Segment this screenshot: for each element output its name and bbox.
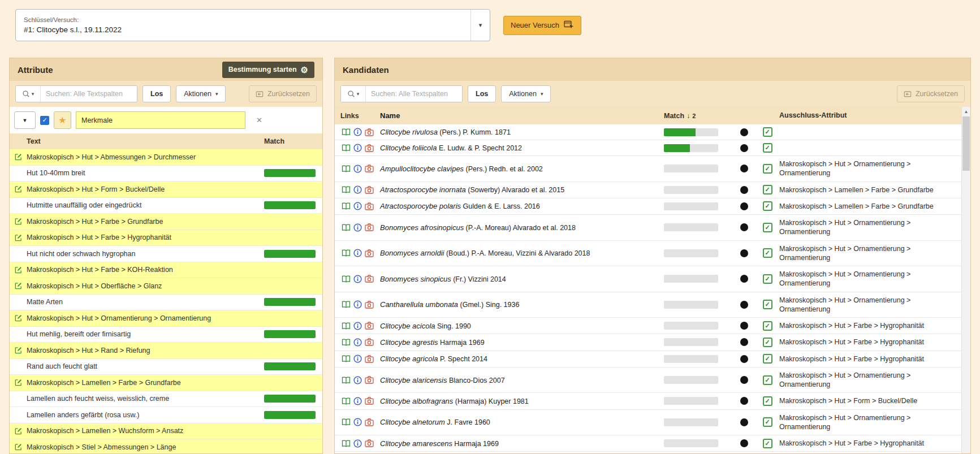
candidate-include-checkbox[interactable]: ✓	[763, 185, 772, 194]
edit-icon[interactable]	[14, 427, 23, 435]
photo-link[interactable]	[365, 128, 374, 136]
candidate-include-checkbox[interactable]: ✓	[763, 300, 772, 309]
photo-link[interactable]	[365, 249, 374, 257]
attribute-category-row[interactable]: Makroskopisch > Hut > Farbe > Grundfarbe	[10, 214, 322, 230]
info-link[interactable]	[353, 249, 362, 257]
info-link[interactable]	[353, 275, 362, 283]
scroll-up-icon[interactable]: ▲	[962, 107, 970, 116]
candidate-row[interactable]: Clitocybe amarescens Harmaja 1969✓Makros…	[335, 435, 961, 452]
column-header-links[interactable]: Links	[335, 112, 380, 120]
candidate-include-checkbox[interactable]: ✓	[763, 248, 772, 258]
info-link[interactable]	[353, 223, 362, 232]
candidates-search-input[interactable]	[366, 86, 462, 102]
attribute-category-row[interactable]: Makroskopisch > Lamellen > Farbe > Grund…	[10, 375, 322, 391]
photo-link[interactable]	[365, 165, 374, 172]
column-header-match[interactable]: Match ↓ 2	[664, 112, 733, 120]
attribute-category-row[interactable]: Makroskopisch > Stiel > Abmessungen > Lä…	[10, 439, 322, 453]
info-link[interactable]	[353, 418, 362, 426]
photo-link[interactable]	[365, 355, 374, 363]
book-link[interactable]	[342, 223, 351, 232]
candidate-row[interactable]: Atractosporocybe polaris Gulden & E. Lar…	[335, 198, 961, 215]
attribute-value-row[interactable]: Hut nicht oder schwach hygrophan	[10, 246, 322, 262]
candidate-include-checkbox[interactable]: ✓	[763, 375, 772, 385]
photo-link[interactable]	[365, 223, 374, 231]
info-link[interactable]	[353, 144, 362, 152]
candidate-include-checkbox[interactable]: ✓	[763, 201, 772, 211]
attributes-search-input[interactable]	[41, 86, 137, 102]
photo-link[interactable]	[365, 275, 374, 283]
candidate-row[interactable]: Clitocybe agricola P. Specht 2014✓Makros…	[335, 351, 961, 367]
attribute-category-row[interactable]: Makroskopisch > Lamellen > Wuchsform > A…	[10, 423, 322, 440]
filter-dropdown-button[interactable]: ▼	[14, 111, 36, 129]
filter-group-field[interactable]	[76, 111, 245, 129]
attribute-value-row[interactable]: Hut 10-40mm breit	[10, 166, 322, 182]
candidate-row[interactable]: Bonomyces afrosinopicus (P.-A. Moreau) A…	[335, 215, 961, 241]
attribute-value-row[interactable]: Rand auch feucht glatt	[10, 359, 322, 375]
edit-icon[interactable]	[14, 314, 23, 322]
info-link[interactable]	[353, 397, 362, 405]
attribute-category-row[interactable]: Makroskopisch > Hut > Rand > Riefung	[10, 343, 322, 359]
candidate-include-checkbox[interactable]: ✓	[763, 354, 772, 364]
edit-icon[interactable]	[14, 378, 23, 387]
edit-icon[interactable]	[14, 185, 23, 193]
edit-icon[interactable]	[14, 153, 23, 161]
photo-link[interactable]	[365, 144, 374, 152]
info-link[interactable]	[353, 439, 362, 448]
info-link[interactable]	[353, 338, 362, 347]
candidates-search-go-button[interactable]: Los	[468, 85, 496, 102]
photo-link[interactable]	[365, 376, 374, 384]
photo-link[interactable]	[365, 397, 374, 405]
candidate-row[interactable]: Clitocybe acicola Sing. 1990✓Makroskopis…	[335, 318, 961, 334]
column-header-name[interactable]: Name	[380, 111, 664, 120]
new-attempt-button[interactable]: Neuer Versuch	[503, 16, 581, 35]
candidate-include-checkbox[interactable]: ✓	[763, 321, 772, 331]
attribute-value-row[interactable]: Matte Arten	[10, 295, 322, 311]
candidates-reset-button[interactable]: Zurücksetzen	[897, 85, 965, 102]
book-link[interactable]	[342, 202, 351, 210]
candidate-include-checkbox[interactable]: ✓	[763, 417, 772, 427]
book-link[interactable]	[342, 376, 351, 384]
attribute-value-row[interactable]: Hut mehlig, bereift oder firnisartig	[10, 327, 322, 343]
start-identification-button[interactable]: Bestimmung starten ⚙	[222, 62, 314, 78]
photo-link[interactable]	[365, 301, 374, 309]
book-link[interactable]	[342, 300, 351, 309]
search-options-button[interactable]: ▾	[16, 86, 41, 102]
scrollbar-thumb[interactable]	[962, 116, 970, 171]
photo-link[interactable]	[365, 322, 374, 330]
candidates-actions-button[interactable]: Aktionen ▾	[501, 85, 551, 102]
photo-link[interactable]	[365, 202, 374, 210]
book-link[interactable]	[342, 185, 351, 194]
candidate-row[interactable]: Clitocybe alaricensis Blanco-Dios 2007✓M…	[335, 367, 961, 394]
candidate-row[interactable]: Clitocybe foliicola E. Ludw. & P. Specht…	[335, 140, 961, 156]
candidate-include-checkbox[interactable]: ✓	[763, 143, 772, 153]
candidate-include-checkbox[interactable]: ✓	[763, 127, 772, 137]
book-link[interactable]	[342, 275, 351, 283]
candidate-row[interactable]: Clitocybe rivulosa (Pers.) P. Kumm. 1871…	[335, 124, 961, 140]
candidates-scrollbar[interactable]: ▲	[961, 107, 970, 453]
filter-active-checkbox[interactable]: ✓	[40, 116, 49, 125]
column-header-text[interactable]: Text	[27, 137, 264, 145]
candidate-row[interactable]: Bonomyces arnoldii (Boud.) P.-A. Moreau,…	[335, 241, 961, 267]
column-header-exclusion[interactable]: Ausschluss-Attribut	[779, 109, 961, 122]
photo-link[interactable]	[365, 439, 374, 447]
attribute-category-row[interactable]: Makroskopisch > Hut > Farbe > Hygrophani…	[10, 230, 322, 247]
candidate-include-checkbox[interactable]: ✓	[763, 274, 772, 284]
attributes-search-go-button[interactable]: Los	[143, 85, 171, 102]
attribute-category-row[interactable]: Makroskopisch > Hut > Ornamentierung > O…	[10, 310, 322, 327]
info-link[interactable]	[353, 354, 362, 363]
edit-icon[interactable]	[14, 217, 23, 226]
close-icon[interactable]: ✕	[256, 116, 262, 124]
book-link[interactable]	[342, 439, 351, 448]
book-link[interactable]	[342, 418, 351, 426]
book-link[interactable]	[342, 144, 351, 152]
info-link[interactable]	[353, 322, 362, 330]
attributes-actions-button[interactable]: Aktionen ▾	[176, 85, 226, 102]
info-link[interactable]	[353, 165, 362, 173]
book-link[interactable]	[342, 397, 351, 405]
candidate-include-checkbox[interactable]: ✓	[763, 396, 772, 406]
candidate-row[interactable]: Bonomyces sinopicus (Fr.) Vizzini 2014✓M…	[335, 266, 961, 292]
candidate-include-checkbox[interactable]: ✓	[763, 439, 772, 448]
favorite-button[interactable]: ★	[54, 111, 71, 129]
edit-icon[interactable]	[14, 443, 23, 451]
info-link[interactable]	[353, 185, 362, 194]
